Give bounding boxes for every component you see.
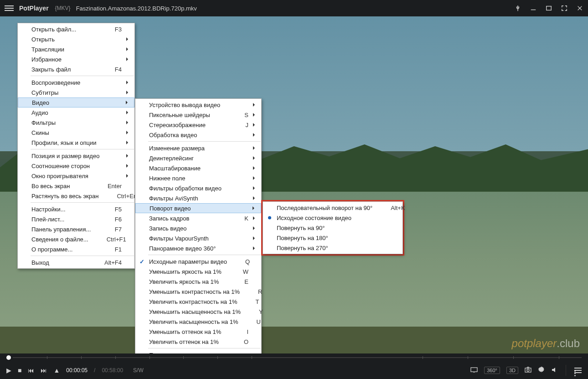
video-menu-item[interactable]: Пиксельные шейдерыS (135, 110, 261, 120)
main-menu-item[interactable]: Закрыть файлF4 (18, 64, 134, 74)
menu-item-label: Увеличить оттенок на 1% (149, 338, 219, 345)
video-menu-item[interactable]: СтереоизображениеJ (135, 120, 261, 130)
play-button[interactable]: ▶ (6, 367, 11, 374)
context-menu-rotate[interactable]: Последовательный поворот на 90°Alt+KИсхо… (263, 201, 403, 254)
video-menu-item[interactable]: Уменьшить насыщенность на 1%Y (135, 307, 261, 317)
prev-button[interactable]: ⏮ (28, 367, 34, 374)
video-menu-item[interactable]: Устройство вывода видео (135, 100, 261, 110)
hw-decode[interactable]: S/W (133, 367, 144, 374)
context-menu-main[interactable]: Открыть файл...F3ОткрытьТрансляцииИзбран… (17, 23, 135, 269)
seek-handle[interactable] (6, 355, 11, 360)
main-menu-item[interactable]: Профили, язык и опции (18, 138, 134, 148)
menu-item-label: Окно проигрывателя (31, 173, 88, 179)
menu-item-label: Запись кадров (149, 215, 189, 222)
menu-item-shortcut: Q (227, 258, 250, 265)
main-menu-item[interactable]: Во весь экранEnter (18, 181, 134, 191)
pin-icon[interactable] (514, 5, 521, 12)
menu-item-shortcut: O (226, 338, 248, 345)
video-menu-item[interactable]: Обработка видео (135, 130, 261, 140)
settings-icon[interactable] (538, 366, 545, 374)
video-menu-item[interactable]: Фильтры обработки видео (135, 183, 261, 193)
main-menu-item[interactable]: Настройки...F5 (18, 204, 134, 214)
svg-rect-0 (547, 6, 552, 10)
capture-icon[interactable] (525, 367, 531, 374)
main-menu-item[interactable]: Видео (18, 97, 134, 108)
main-menu-item[interactable]: Открыть (18, 34, 134, 44)
video-menu-item[interactable]: Деинтерлейсинг (135, 153, 261, 163)
playlist-icon[interactable] (574, 368, 582, 373)
3d-button[interactable]: 3D (506, 367, 518, 374)
menu-item-shortcut: F3 (97, 26, 122, 33)
menu-item-shortcut: F5 (97, 206, 122, 213)
video-menu-item[interactable]: Увеличить яркость на 1%E (135, 277, 261, 287)
seek-bar[interactable] (0, 353, 588, 362)
video-menu-item[interactable]: Масштабирование (135, 163, 261, 173)
main-menu-item[interactable]: О программе...F1 (18, 244, 134, 254)
time-total: 00:58:00 (102, 367, 123, 374)
main-menu-item[interactable]: Субтитры (18, 87, 134, 97)
video-menu-item[interactable]: Фильтры VapourSynth (135, 233, 261, 243)
hamburger-icon[interactable] (5, 5, 14, 11)
main-menu-item[interactable]: Позиция и размер видео (18, 151, 134, 161)
main-menu-item[interactable]: ВыходAlt+F4 (18, 257, 134, 267)
video-menu-item[interactable]: Запись кадровK (135, 213, 261, 223)
video-menu-item[interactable]: Уменьшить оттенок на 1%I (135, 327, 261, 337)
main-menu-item[interactable]: Растянуть во весь экранCtrl+Enter (18, 191, 134, 201)
main-menu-item[interactable]: Фильтры (18, 118, 134, 128)
video-menu-item[interactable]: Запись видео (135, 223, 261, 233)
main-menu-item[interactable]: Открыть файл...F3 (18, 24, 134, 34)
video-menu-item[interactable]: Панорамное видео 360° (135, 243, 261, 253)
rotate-menu-item[interactable]: Повернуть на 180° (263, 233, 402, 243)
rotate-menu-item[interactable]: Повернуть на 90° (263, 223, 402, 233)
rotate-menu-item[interactable]: Повернуть на 270° (263, 243, 402, 253)
file-name: Faszination.Amazonas.2012.BDRip.720p.mkv (76, 5, 197, 12)
svg-rect-2 (525, 368, 531, 372)
volume-icon[interactable] (551, 367, 557, 374)
video-menu-item[interactable]: Исходные параметры видеоQ (135, 256, 261, 266)
main-menu-item[interactable]: Сведения о файле...Ctrl+F1 (18, 234, 134, 244)
main-menu-item[interactable]: Воспроизведение (18, 77, 134, 87)
rotate-menu-item[interactable]: Последовательный поворот на 90°Alt+K (263, 203, 402, 213)
menu-separator (31, 76, 134, 76)
video-menu-item[interactable]: Увеличить контрастность на 1%T (135, 297, 261, 307)
maximize-icon[interactable] (545, 5, 552, 12)
main-menu-item[interactable]: Плей-лист...F6 (18, 214, 134, 224)
main-menu-item[interactable]: Окно проигрывателя (18, 171, 134, 181)
menu-item-label: Уменьшить яркость на 1% (149, 268, 222, 275)
screen-icon[interactable] (470, 367, 478, 374)
rotate-menu-item[interactable]: Исходное состояние видео (263, 213, 402, 223)
video-menu-item[interactable]: Нижнее поле (135, 173, 261, 183)
context-menu-video[interactable]: Устройство вывода видеоПиксельные шейдер… (135, 98, 262, 361)
seek-track[interactable] (13, 357, 582, 358)
minimize-icon[interactable] (530, 5, 537, 12)
video-menu-item[interactable]: Изменение размера (135, 143, 261, 153)
main-menu-item[interactable]: Трансляции (18, 44, 134, 54)
menu-item-label: Фильтры обработки видео (149, 185, 222, 192)
menu-item-shortcut: F6 (97, 216, 122, 223)
main-menu-item[interactable]: Избранное (18, 54, 134, 64)
menu-item-label: Сведения о файле... (31, 236, 88, 243)
menu-item-label: Профили, язык и опции (31, 139, 97, 146)
video-bg-bank (0, 327, 588, 353)
menu-separator (148, 348, 261, 348)
menu-separator (31, 256, 134, 256)
stop-button[interactable]: ■ (18, 367, 21, 374)
video-menu-item[interactable]: Фильтры AviSynth (135, 193, 261, 203)
video-menu-item[interactable]: Увеличить оттенок на 1%O (135, 337, 261, 347)
video-menu-item[interactable]: Уменьшить яркость на 1%W (135, 266, 261, 277)
fullscreen-icon[interactable] (561, 5, 568, 12)
video-menu-item[interactable]: Поворот видео (135, 203, 261, 213)
main-menu-item[interactable]: Скины (18, 128, 134, 138)
main-menu-item[interactable]: Аудио (18, 108, 134, 118)
close-icon[interactable] (576, 5, 583, 12)
menu-item-label: Скины (31, 129, 49, 136)
next-button[interactable]: ⏭ (41, 367, 47, 374)
main-menu-item[interactable]: Панель управления...F7 (18, 224, 134, 234)
main-menu-item[interactable]: Соотношение сторон (18, 161, 134, 171)
vr360-button[interactable]: 360° (484, 367, 500, 374)
video-menu-item[interactable]: Уменьшить контрастность на 1%R (135, 287, 261, 297)
menu-item-shortcut: Y (241, 308, 263, 315)
menu-item-label: Воспроизведение (31, 79, 80, 86)
open-button[interactable]: ▲ (53, 367, 60, 374)
video-menu-item[interactable]: Увеличить насыщенность на 1%U (135, 317, 261, 327)
